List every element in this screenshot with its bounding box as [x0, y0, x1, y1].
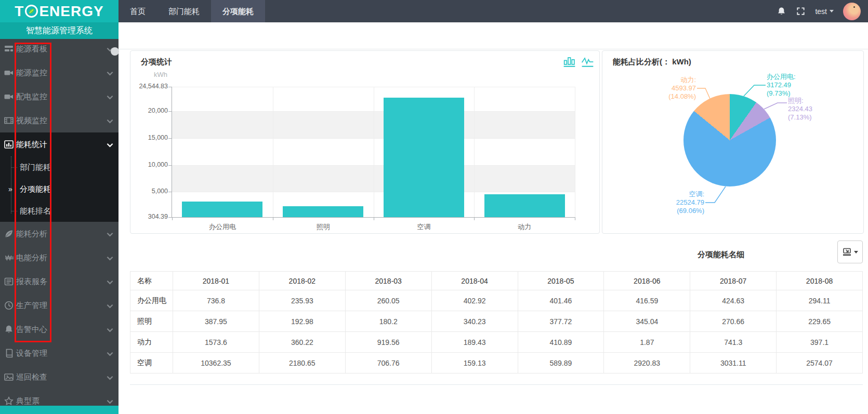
value-cell: 2574.07: [777, 353, 863, 373]
value-cell: 2180.65: [259, 353, 345, 373]
username: test: [815, 7, 827, 16]
value-cell: 919.56: [345, 332, 431, 353]
bar-panel-title: 分项统计: [141, 57, 172, 67]
value-cell: 377.72: [518, 311, 604, 332]
x-tick-mark: [172, 217, 173, 220]
row-name-cell: 办公用电: [130, 290, 173, 311]
sidebar-item-电能分析[interactable]: 电能分析: [0, 246, 119, 270]
sidebar-item-能源看板[interactable]: 能源看板: [0, 37, 119, 61]
chevron-down-icon: [107, 231, 113, 237]
grid-vline: [374, 87, 374, 217]
book-icon: [4, 348, 14, 358]
sidebar-item-报表服务[interactable]: 报表服务: [0, 270, 119, 293]
sidebar-item-视频监控[interactable]: 视频监控: [0, 109, 119, 132]
chart-type-toolbox: [563, 55, 594, 68]
pie-label-照明: 照明:2324.43(7.13%): [788, 97, 833, 122]
table-column-header: 2018-04: [431, 272, 518, 290]
brand-logo: T ENERGY: [0, 0, 119, 22]
chevron-down-icon: [830, 10, 834, 15]
sidebar-item-能耗分析[interactable]: 能耗分析: [0, 222, 119, 246]
bar-动力[interactable]: [484, 194, 565, 217]
sidebar-subitem-分项能耗[interactable]: »分项能耗: [0, 178, 119, 200]
y-axis-tick-label: 20,000: [127, 107, 168, 114]
sidebar-subitem-部门能耗[interactable]: 部门能耗: [0, 156, 119, 178]
x-tick-mark: [273, 217, 273, 220]
sidebar-item-告警中心[interactable]: 告警中心: [0, 317, 119, 341]
pie-chart-panel: 能耗占比分析(： kWh) 办公用电:3172.49(9.73%)照明:2324…: [602, 50, 864, 234]
sidebar-item-label: 电能分析: [16, 253, 47, 263]
sidebar-item-巡回检查[interactable]: 巡回检查: [0, 365, 119, 389]
sidebar-item-能源监控[interactable]: 能源监控: [0, 61, 119, 85]
filter-bar: [119, 22, 868, 49]
value-cell: 260.05: [345, 290, 431, 311]
table-row-空调: 空调10362.352180.65706.76159.13589.892920.…: [130, 353, 863, 373]
tab-分项能耗[interactable]: 分项能耗: [211, 0, 265, 22]
leaf-icon: [4, 229, 14, 239]
table-column-header: 2018-05: [518, 272, 604, 290]
sidebar-item-配电监控[interactable]: 配电监控: [0, 85, 119, 109]
bar-办公用电[interactable]: [182, 202, 262, 217]
avatar[interactable]: [843, 3, 861, 20]
bar-空调[interactable]: [384, 98, 464, 217]
sidebar-item-label: 能源监控: [16, 68, 47, 78]
value-cell: 706.76: [345, 353, 431, 373]
tab-部门能耗[interactable]: 部门能耗: [157, 0, 211, 22]
sidebar-item-label: 典型票: [16, 396, 40, 406]
x-axis-category-label: 空调: [374, 222, 475, 232]
value-cell: 340.23: [431, 311, 518, 332]
nav-tabs: 首页部门能耗分项能耗: [119, 0, 265, 22]
y-axis-tick-label: 5,000: [127, 188, 168, 195]
logo-prefix: T: [15, 3, 24, 20]
pie-chart-area: 办公用电:3172.49(9.73%)照明:2324.43(7.13%)空调:2…: [602, 51, 864, 234]
value-cell: 387.95: [173, 311, 259, 332]
value-cell: 1.87: [604, 332, 690, 353]
value-cell: 2920.83: [604, 353, 690, 373]
sidebar-item-label: 能源看板: [16, 44, 47, 54]
chevron-down-icon: [107, 326, 113, 333]
sidebar-item-label: 巡回检查: [16, 372, 47, 382]
y-axis-tick-label: 15,000: [127, 134, 168, 141]
sidebar-item-label: 报表服务: [16, 277, 47, 287]
table-row-办公用电: 办公用电736.8235.93260.05402.92401.46416.594…: [130, 290, 863, 311]
value-cell: 192.98: [259, 311, 345, 332]
chevron-down-icon: [107, 70, 113, 76]
value-cell: 401.46: [518, 290, 604, 311]
sidebar: 能源看板能源监控配电监控视频监控能耗统计部门能耗»分项能耗能耗排名能耗分析电能分…: [0, 0, 119, 414]
sidebar-subitem-能耗排名[interactable]: 能耗排名: [0, 200, 119, 222]
sidebar-item-能耗统计[interactable]: 能耗统计: [0, 132, 119, 156]
sidebar-item-生产管理[interactable]: 生产管理: [0, 293, 119, 317]
x-tick-mark: [374, 217, 374, 220]
sidebar-submenu: 部门能耗»分项能耗能耗排名: [0, 156, 119, 222]
export-icon: [842, 247, 852, 257]
sidebar-bottom-strip: [0, 406, 119, 414]
bar-chart-toggle-icon[interactable]: [563, 55, 576, 68]
tab-首页[interactable]: 首页: [119, 0, 157, 22]
export-button[interactable]: [837, 241, 863, 263]
sidebar-subitem-label: 能耗排名: [20, 206, 51, 215]
sidebar-item-label: 视频监控: [16, 116, 47, 126]
user-menu[interactable]: test: [815, 7, 834, 16]
chevron-down-icon: [107, 374, 113, 381]
leaf-logo-icon: [25, 5, 38, 18]
sidebar-scroll-dot[interactable]: [111, 47, 119, 56]
value-cell: 741.3: [690, 332, 777, 353]
value-cell: 3031.11: [690, 353, 777, 373]
value-cell: 159.13: [431, 353, 518, 373]
grid-vline: [273, 87, 273, 217]
dashboard-icon: [4, 44, 14, 54]
clock-icon: [4, 300, 14, 311]
value-cell: 397.1: [777, 332, 863, 353]
nav-right: test: [777, 0, 861, 22]
sidebar-item-设备管理[interactable]: 设备管理: [0, 341, 119, 365]
bell-icon[interactable]: [777, 6, 786, 16]
line-chart-toggle-icon[interactable]: [581, 55, 594, 68]
value-cell: 416.59: [604, 290, 690, 311]
bar-照明[interactable]: [283, 206, 363, 217]
bar-chart-plot: 304.395,00010,00015,00020,00024,544.83办公…: [172, 87, 575, 217]
fullscreen-icon[interactable]: [796, 6, 806, 16]
sidebar-item-label: 配电监控: [16, 92, 47, 102]
value-cell: 294.11: [777, 290, 863, 311]
row-name-cell: 照明: [130, 311, 173, 332]
value-cell: 10362.35: [173, 353, 259, 373]
table-column-header: 2018-06: [604, 272, 690, 290]
